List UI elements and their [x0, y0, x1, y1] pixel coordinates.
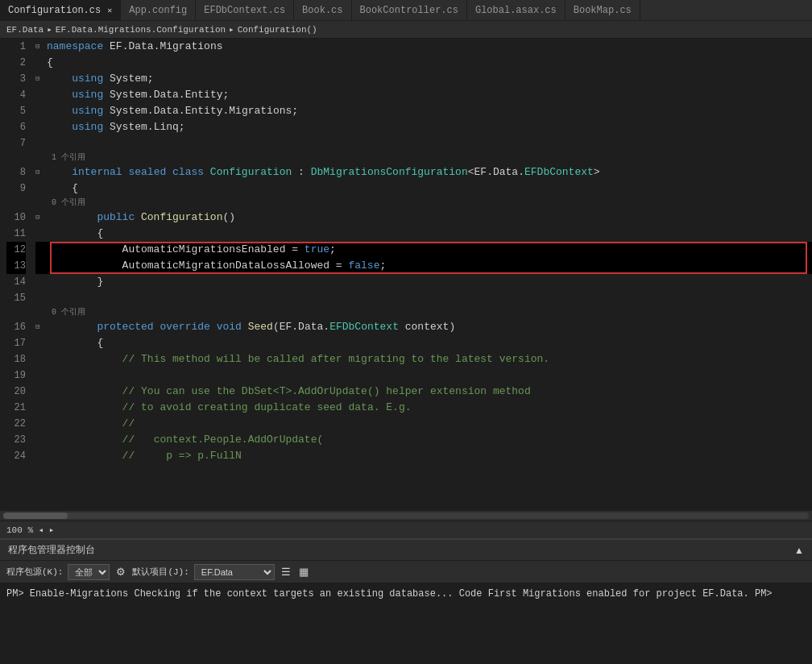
- console-output: PM> Enable-Migrations Checking if the co…: [0, 583, 812, 664]
- tab-bookcontroller-cs[interactable]: BookController.cs: [352, 0, 467, 20]
- code-line-19: [35, 367, 812, 384]
- tab-close-icon[interactable]: ✕: [107, 6, 112, 15]
- source-label: 程序包源(K):: [6, 566, 63, 578]
- breadcrumb-bar: EF.Data ▸ EF.Data.Migrations.Configurati…: [0, 21, 812, 39]
- project-select[interactable]: EF.Data: [194, 564, 275, 580]
- zoom-bar: 100 % ◂ ▸: [0, 521, 812, 538]
- settings-icon-button[interactable]: ⚙: [114, 566, 127, 578]
- editor-area: 123456789101112131415161718192021222324 …: [0, 39, 812, 538]
- ref-label-8: 1 个引用: [35, 151, 812, 164]
- console-panel: 程序包管理器控制台 ▲ 程序包源(K): 全部 ⚙ 默认项目(J): EF.Da…: [0, 538, 812, 664]
- code-line-12: AutomaticMigrationsEnabled = true;: [35, 242, 812, 258]
- tab-label: Global.asax.cs: [475, 5, 557, 16]
- tab-bookmap-cs[interactable]: BookMap.cs: [566, 0, 640, 20]
- tab-configuration-cs[interactable]: Configuration.cs ✕: [0, 0, 121, 20]
- console-title: 程序包管理器控制台: [8, 543, 95, 557]
- code-line-16: ⊟ protected override void Seed(EF.Data.E…: [35, 319, 812, 335]
- zoom-level: 100 %: [6, 525, 33, 535]
- code-lines-column[interactable]: ⊟namespace EF.Data.Migrations {⊟ using S…: [32, 39, 812, 511]
- console-header: 程序包管理器控制台 ▲: [0, 540, 812, 561]
- console-toolbar: 程序包源(K): 全部 ⚙ 默认项目(J): EF.Data ☰ ▦: [0, 561, 812, 583]
- code-line-17: {: [35, 335, 812, 351]
- list-icon-button[interactable]: ☰: [280, 566, 292, 578]
- tab-efdbcontext-cs[interactable]: EFDbContext.cs: [196, 0, 294, 20]
- code-line-8: ⊟ internal sealed class Configuration : …: [35, 164, 812, 181]
- code-line-5: using System.Data.Entity.Migrations;: [35, 103, 812, 119]
- code-line-18: // This method will be called after migr…: [35, 351, 812, 367]
- code-line-14: }: [35, 274, 812, 290]
- code-line-10: ⊟ public Configuration(): [35, 210, 812, 226]
- breadcrumb-project[interactable]: EF.Data: [6, 25, 44, 35]
- project-label: 默认项目(J):: [132, 566, 188, 578]
- tab-label: BookController.cs: [360, 5, 458, 16]
- tab-app-config[interactable]: App.config: [121, 0, 196, 20]
- breadcrumb-method[interactable]: Configuration(): [238, 25, 317, 35]
- console-collapse-button[interactable]: ▲: [794, 545, 804, 556]
- code-line-7: [35, 135, 812, 151]
- code-line-1: ⊟namespace EF.Data.Migrations: [35, 39, 812, 55]
- code-line-9: {: [35, 181, 812, 197]
- ref-label-10: 0 个引用: [35, 197, 812, 210]
- tab-label: EFDbContext.cs: [204, 5, 285, 16]
- code-line-20: // You can use the DbSet<T>.AddOrUpdate(…: [35, 384, 812, 400]
- tab-book-cs[interactable]: Book.cs: [294, 0, 351, 20]
- code-line-11: {: [35, 226, 812, 242]
- h-scrollbar[interactable]: [0, 511, 812, 521]
- code-line-22: //: [35, 416, 812, 432]
- code-line-4: using System.Data.Entity;: [35, 87, 812, 103]
- code-line-24: // p => p.FullN: [35, 448, 812, 464]
- code-line-6: using System.Linq;: [35, 119, 812, 135]
- tab-label: App.config: [129, 5, 187, 16]
- tab-label: Book.cs: [302, 5, 342, 16]
- extra-icon-button[interactable]: ▦: [297, 566, 310, 578]
- line-numbers-column: 123456789101112131415161718192021222324: [0, 39, 32, 511]
- code-line-23: // context.People.AddOrUpdate(: [35, 432, 812, 448]
- ref-label-16: 0 个引用: [35, 306, 812, 319]
- breadcrumb-namespace[interactable]: EF.Data.Migrations.Configuration: [56, 25, 226, 35]
- code-line-3: ⊟ using System;: [35, 71, 812, 87]
- code-line-15: [35, 290, 812, 306]
- tab-bar: Configuration.cs ✕ App.config EFDbContex…: [0, 0, 812, 21]
- tab-label: BookMap.cs: [574, 5, 632, 16]
- code-line-2: {: [35, 55, 812, 71]
- code-line-21: // to avoid creating duplicate seed data…: [35, 400, 812, 416]
- tab-label: Configuration.cs: [8, 5, 101, 16]
- code-line-13: AutomaticMigrationDataLossAllowed = fals…: [35, 258, 812, 274]
- tab-global-asax-cs[interactable]: Global.asax.cs: [467, 0, 566, 20]
- source-select[interactable]: 全部: [68, 564, 110, 580]
